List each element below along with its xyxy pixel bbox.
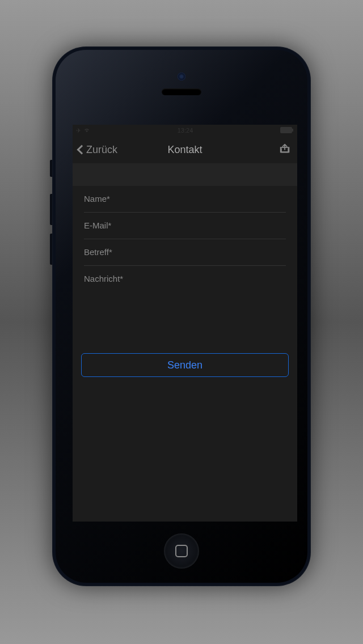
contact-form xyxy=(73,186,297,346)
email-input[interactable] xyxy=(84,221,286,230)
subject-input[interactable] xyxy=(84,247,286,257)
message-input[interactable] xyxy=(84,274,286,336)
message-field-row xyxy=(84,266,286,346)
screen: ✈ 13:24 Zurück Kontakt xyxy=(73,125,297,522)
phone-frame: ✈ 13:24 Zurück Kontakt xyxy=(52,46,311,586)
subject-field-row xyxy=(84,239,286,266)
airplane-mode-icon: ✈ xyxy=(76,127,81,134)
svg-rect-0 xyxy=(280,127,292,133)
share-icon xyxy=(279,142,292,157)
email-field-row xyxy=(84,213,286,239)
toolbar-strip xyxy=(73,163,297,186)
share-button[interactable] xyxy=(246,142,292,157)
battery-icon xyxy=(280,127,294,134)
send-button-label: Senden xyxy=(167,359,202,371)
svg-rect-1 xyxy=(292,129,293,132)
mute-switch xyxy=(50,160,52,177)
home-button[interactable] xyxy=(164,533,199,569)
page-title: Kontakt xyxy=(124,144,246,156)
front-camera xyxy=(178,73,185,80)
name-field-row xyxy=(84,186,286,213)
status-time: 13:24 xyxy=(178,127,193,134)
navigation-bar: Zurück Kontakt xyxy=(73,136,297,163)
chevron-left-icon xyxy=(77,145,87,155)
volume-up-button xyxy=(50,194,52,225)
earpiece-speaker xyxy=(162,88,201,95)
name-input[interactable] xyxy=(84,194,286,204)
back-button[interactable]: Zurück xyxy=(78,144,124,156)
send-button[interactable]: Senden xyxy=(81,353,289,377)
wifi-icon xyxy=(83,127,90,134)
volume-down-button xyxy=(50,234,52,265)
back-button-label: Zurück xyxy=(86,144,117,156)
home-square-icon xyxy=(175,545,188,557)
status-bar: ✈ 13:24 xyxy=(73,125,297,136)
